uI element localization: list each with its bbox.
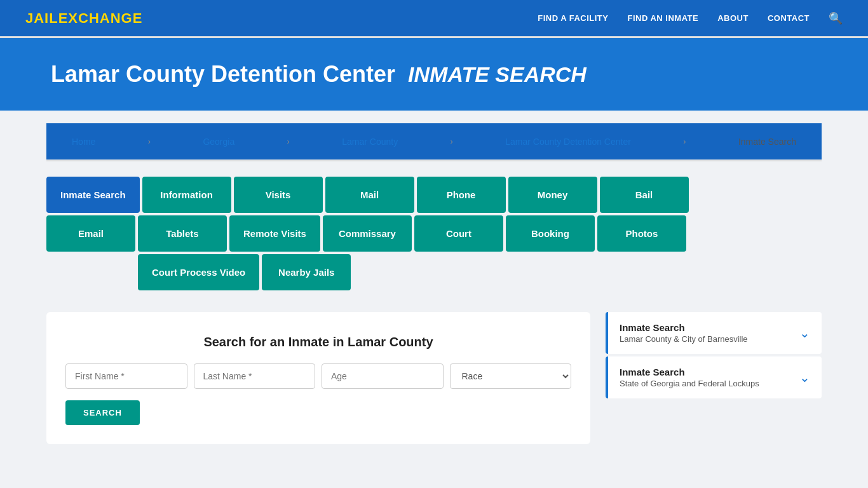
nav-links: FIND A FACILITY FIND AN INMATE ABOUT CON… [538, 11, 843, 25]
tab-tablets[interactable]: Tablets [138, 215, 227, 252]
tab-email[interactable]: Email [46, 215, 135, 252]
sidebar-card-2-title: Inmate Search [620, 367, 759, 377]
tab-commissary[interactable]: Commissary [323, 215, 412, 252]
tabs-container: Inmate Search Information Visits Mail Ph… [46, 177, 822, 293]
tab-inmate-search[interactable]: Inmate Search [46, 177, 140, 213]
sidebar-card-2-chevron: ⌄ [799, 370, 810, 385]
sidebar-card-2-subtitle: State of Georgia and Federal Lockups [620, 379, 759, 388]
sidebar-card-1-header[interactable]: Inmate Search Lamar County & City of Bar… [608, 312, 822, 354]
tabs-row-3: Court Process Video Nearby Jails [138, 254, 351, 290]
breadcrumb-sep-3: › [451, 137, 453, 146]
tabs-row-1: Inmate Search Information Visits Mail Ph… [46, 177, 689, 213]
tab-visits[interactable]: Visits [234, 177, 323, 213]
nav-search-icon[interactable]: 🔍 [829, 11, 843, 25]
sidebar-card-2: Inmate Search State of Georgia and Feder… [606, 356, 822, 398]
tab-bail[interactable]: Bail [600, 177, 689, 213]
sidebar: Inmate Search Lamar County & City of Bar… [606, 312, 822, 401]
tab-money[interactable]: Money [508, 177, 597, 213]
tab-court[interactable]: Court [414, 215, 503, 252]
sidebar-card-1-chevron: ⌄ [799, 325, 810, 341]
sidebar-card-1-text: Inmate Search Lamar County & City of Bar… [620, 322, 748, 344]
age-input[interactable] [322, 363, 444, 389]
content-area: Search for an Inmate in Lamar County Rac… [46, 312, 822, 444]
sidebar-card-2-header[interactable]: Inmate Search State of Georgia and Feder… [608, 356, 822, 398]
search-button[interactable]: SEARCH [65, 400, 140, 425]
tab-remote-visits[interactable]: Remote Visits [229, 215, 320, 252]
nav-find-facility[interactable]: FIND A FACILITY [538, 13, 608, 23]
hero-title: Lamar County Detention Center INMATE SEA… [51, 61, 817, 88]
breadcrumb-current: Inmate Search [738, 137, 796, 147]
last-name-input[interactable] [194, 363, 316, 389]
breadcrumb-home[interactable]: Home [72, 137, 95, 147]
breadcrumb-sep-2: › [287, 137, 290, 146]
tab-phone[interactable]: Phone [417, 177, 506, 213]
tab-information[interactable]: Information [142, 177, 231, 213]
search-fields: Race White Black Hispanic Asian Other [65, 363, 571, 389]
search-panel: Search for an Inmate in Lamar County Rac… [46, 312, 590, 444]
breadcrumb-sep-1: › [148, 137, 151, 146]
hero-section: Lamar County Detention Center INMATE SEA… [0, 38, 868, 111]
first-name-input[interactable] [65, 363, 187, 389]
main-content: Home › Georgia › Lamar County › Lamar Co… [21, 111, 847, 457]
breadcrumb-sep-4: › [683, 137, 686, 146]
race-select[interactable]: Race White Black Hispanic Asian Other [450, 363, 572, 389]
nav-contact[interactable]: CONTACT [768, 13, 810, 23]
logo-part2: EXCHANGE [58, 10, 143, 26]
site-logo[interactable]: JAILEXCHANGE [25, 10, 142, 27]
search-title: Search for an Inmate in Lamar County [65, 335, 571, 349]
logo-part1: JAIL [25, 10, 58, 26]
tab-photos[interactable]: Photos [597, 215, 686, 252]
sidebar-card-2-text: Inmate Search State of Georgia and Feder… [620, 367, 759, 388]
breadcrumb: Home › Georgia › Lamar County › Lamar Co… [46, 123, 822, 161]
hero-subtitle: INMATE SEARCH [408, 62, 587, 86]
hero-facility-name: Lamar County Detention Center [51, 61, 395, 87]
sidebar-card-1-title: Inmate Search [620, 322, 748, 333]
tab-booking[interactable]: Booking [506, 215, 595, 252]
tab-mail[interactable]: Mail [325, 177, 414, 213]
tabs-row-2: Email Tablets Remote Visits Commissary C… [46, 215, 686, 252]
sidebar-card-1-subtitle: Lamar County & City of Barnesville [620, 334, 748, 344]
tab-nearby-jails[interactable]: Nearby Jails [262, 254, 351, 290]
sidebar-card-1: Inmate Search Lamar County & City of Bar… [606, 312, 822, 354]
navbar: JAILEXCHANGE FIND A FACILITY FIND AN INM… [0, 0, 868, 38]
breadcrumb-georgia[interactable]: Georgia [203, 137, 234, 147]
nav-about[interactable]: ABOUT [717, 13, 749, 23]
breadcrumb-detention-center[interactable]: Lamar County Detention Center [505, 137, 631, 147]
nav-find-inmate[interactable]: FIND AN INMATE [627, 13, 698, 23]
breadcrumb-lamar-county[interactable]: Lamar County [342, 137, 398, 147]
tab-court-process-video[interactable]: Court Process Video [138, 254, 259, 290]
